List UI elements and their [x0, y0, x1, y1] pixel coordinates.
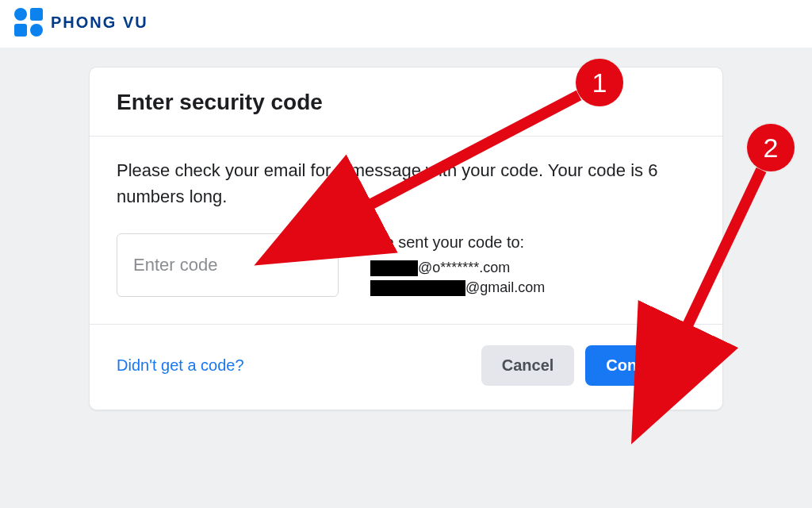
didnt-get-code-link[interactable]: Didn't get a code?: [117, 356, 244, 375]
sent-to-email-2: @gmail.com: [370, 279, 545, 296]
button-row: Cancel Continue: [481, 345, 695, 386]
brand-logo-mark: [14, 8, 43, 37]
sent-to-label: We sent your code to:: [370, 233, 545, 252]
instruction-text: Please check your email for a message wi…: [117, 157, 695, 210]
card-footer: Didn't get a code? Cancel Continue: [90, 324, 722, 410]
email-suffix: @gmail.com: [465, 279, 545, 296]
security-code-input[interactable]: [117, 233, 339, 297]
card-header: Enter security code: [90, 67, 722, 137]
sent-to-block: We sent your code to: @o*******.com @gma…: [370, 233, 545, 296]
redacted-block: [370, 280, 465, 296]
brand-logo: PHONG VU: [14, 8, 148, 37]
email-suffix: @o*******.com: [418, 260, 510, 276]
security-code-card: Enter security code Please check your em…: [89, 67, 723, 410]
page-background: Enter security code Please check your em…: [0, 48, 812, 508]
annotation-badge-1: 1: [576, 59, 623, 106]
page-header: PHONG VU: [0, 0, 812, 48]
sent-to-email-1: @o*******.com: [370, 260, 545, 276]
continue-button[interactable]: Continue: [585, 345, 695, 386]
annotation-badge-2: 2: [747, 124, 795, 171]
card-body: Please check your email for a message wi…: [90, 137, 722, 324]
redacted-block: [370, 260, 418, 276]
cancel-button[interactable]: Cancel: [481, 345, 575, 386]
brand-name: PHONG VU: [51, 13, 148, 32]
